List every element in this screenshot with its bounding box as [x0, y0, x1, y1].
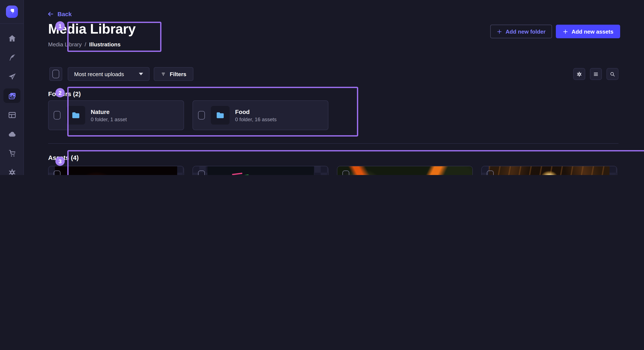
cart-icon — [8, 149, 16, 158]
folder-icon-box — [66, 106, 85, 125]
cloud-icon — [8, 130, 16, 138]
asset-preview — [482, 166, 617, 175]
folder-card-nature[interactable]: Nature 0 folder, 1 asset — [48, 100, 184, 130]
search-icon — [610, 71, 616, 77]
asset-card-bug-meme[interactable]: a-bug-is-becoming-a-meme-on-the-internet… — [192, 166, 328, 175]
sidebar-item-media-library[interactable] — [4, 88, 20, 103]
annotation-badge-2: 2 — [55, 88, 65, 97]
sidebar-item-marketplace[interactable] — [4, 146, 20, 160]
media-library-icon — [8, 91, 16, 100]
home-icon — [8, 34, 16, 43]
folder-card-food[interactable]: Food 0 folder, 16 assets — [192, 100, 328, 130]
add-new-assets-label: Add new assets — [572, 28, 614, 35]
breadcrumb-parent[interactable]: Media Library — [48, 41, 82, 48]
asset-thumbnail-shrimp — [337, 166, 472, 175]
asset-checkbox[interactable] — [487, 171, 494, 175]
main-content: Back Media Library Media Library / Illus… — [24, 0, 644, 175]
sidebar-item-content-type-builder[interactable] — [4, 108, 20, 122]
breadcrumb-current: Illustrations — [89, 41, 120, 48]
feather-icon — [8, 53, 16, 62]
folder-icon — [216, 111, 225, 120]
add-new-folder-button[interactable]: Add new folder — [490, 25, 552, 38]
sidebar: KD — [0, 0, 24, 175]
arrow-left-icon — [47, 11, 54, 17]
annotation-badge-1: 1 — [55, 21, 65, 31]
folder-icon-box — [211, 106, 230, 125]
checkbox — [52, 70, 59, 78]
filter-icon — [161, 71, 166, 77]
add-new-assets-button[interactable]: Add new assets — [556, 25, 620, 38]
folder-icon — [71, 111, 80, 120]
asset-thumbnail-library — [489, 166, 610, 175]
asset-thumbnail-black-hole — [55, 166, 177, 175]
sidebar-item-content-manager[interactable] — [4, 50, 20, 65]
gear-icon — [8, 168, 16, 175]
plus-icon — [497, 29, 502, 34]
add-new-folder-label: Add new folder — [506, 28, 546, 35]
paper-plane-icon — [8, 72, 16, 81]
asset-preview — [337, 166, 472, 175]
strapi-logo[interactable] — [6, 5, 18, 18]
sidebar-item-home[interactable] — [4, 31, 20, 45]
asset-checkbox[interactable] — [54, 171, 60, 175]
folder-meta: 0 folder, 1 asset — [91, 116, 127, 122]
asset-preview — [193, 166, 328, 175]
filters-button[interactable]: Filters — [154, 67, 193, 81]
asset-checkbox[interactable] — [198, 171, 205, 175]
sidebar-item-releases[interactable] — [4, 69, 20, 84]
folder-name: Nature — [91, 108, 127, 115]
filters-label: Filters — [170, 71, 186, 77]
search-button[interactable] — [606, 68, 618, 80]
folder-name: Food — [235, 108, 277, 115]
asset-thumbnail-laptop-code — [207, 166, 314, 175]
sidebar-item-settings[interactable] — [4, 165, 20, 175]
sidebar-item-deploy[interactable] — [4, 127, 20, 141]
section-divider — [48, 143, 618, 144]
gear-icon — [576, 71, 582, 77]
back-label: Back — [58, 11, 72, 17]
sort-dropdown-value: Most recent uploads — [74, 71, 124, 77]
select-all-checkbox[interactable] — [50, 67, 62, 81]
sort-dropdown[interactable]: Most recent uploads — [68, 67, 150, 81]
folder-meta: 0 folder, 16 assets — [235, 116, 277, 122]
folder-checkbox[interactable] — [198, 111, 205, 120]
folder-checkbox[interactable] — [54, 111, 60, 120]
plus-icon — [563, 29, 568, 34]
back-link[interactable]: Back — [47, 11, 72, 17]
layout-icon — [8, 110, 16, 119]
breadcrumb: Media Library / Illustrations — [48, 41, 120, 48]
sidebar-divider-top — [0, 23, 24, 24]
breadcrumb-separator: / — [85, 41, 86, 48]
annotation-badge-3: 3 — [55, 157, 65, 166]
asset-card-internets-own-boy[interactable]: the-internet-s-own-boy JPEG - 1200X707 I… — [481, 166, 617, 175]
strapi-logo-icon — [9, 8, 14, 14]
asset-preview — [48, 166, 184, 175]
view-settings-button[interactable] — [573, 68, 585, 80]
list-view-button[interactable] — [590, 68, 602, 80]
app-root: KD Back Media Library Media Library / Il… — [0, 0, 644, 175]
asset-card-shrimp[interactable]: this-shrimp-is-awesome JPEG - 1200X630 I… — [337, 166, 473, 175]
asset-card-black-hole[interactable]: what-s-inside-a-black-hole JPEG - 800X46… — [48, 166, 184, 175]
list-icon — [593, 71, 599, 77]
chevron-down-icon — [139, 73, 143, 75]
asset-checkbox[interactable] — [342, 171, 349, 175]
